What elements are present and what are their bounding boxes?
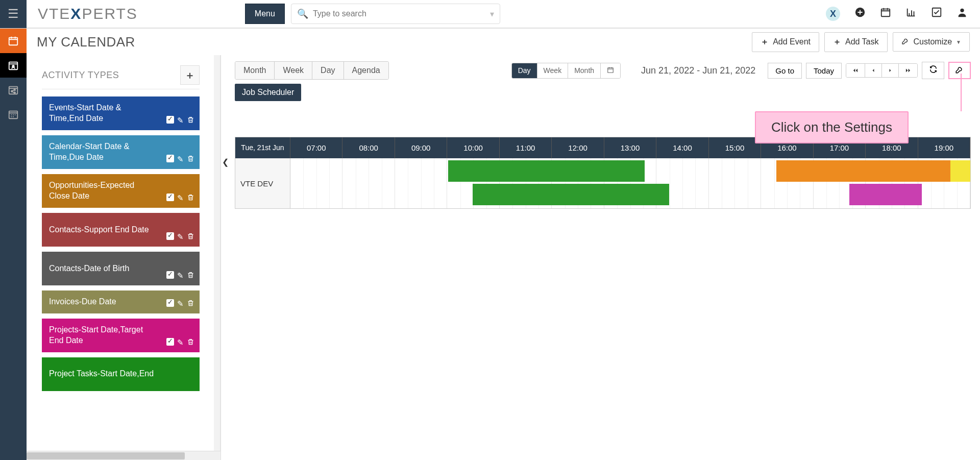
activity-card[interactable]: Calendar-Start Date & Time,Due Date✎	[42, 135, 200, 169]
chevron-down-icon[interactable]: ▾	[490, 9, 494, 19]
user-icon[interactable]	[957, 7, 968, 21]
trash-icon[interactable]	[187, 155, 194, 164]
activity-card[interactable]: Invoices-Due Date✎	[42, 290, 200, 313]
calendar-icon[interactable]	[880, 7, 891, 21]
check-icon[interactable]	[166, 116, 174, 125]
trash-icon[interactable]	[187, 193, 194, 203]
scheduler-toolbar: MonthWeekDayAgenda Day Week Month Jun 21…	[235, 61, 971, 80]
refresh-button[interactable]	[922, 62, 944, 79]
timeline-body: VTE DEV	[235, 158, 970, 208]
collapse-handle[interactable]: ❮	[220, 55, 230, 460]
timeline-event[interactable]	[849, 184, 922, 205]
sidebar-calendar-alt-icon[interactable]	[0, 102, 27, 127]
timeline-row-label: VTE DEV	[235, 158, 290, 208]
pencil-icon[interactable]: ✎	[177, 299, 184, 308]
search-wrap: 🔍 ▾	[291, 4, 500, 24]
range-week-button[interactable]: Week	[537, 63, 569, 78]
pencil-icon[interactable]: ✎	[177, 271, 184, 280]
plus-icon: ＋	[761, 37, 769, 47]
trash-icon[interactable]	[187, 338, 194, 347]
pencil-icon[interactable]: ✎	[177, 338, 184, 347]
activity-actions: ✎	[166, 338, 194, 347]
add-task-label: Add Task	[845, 37, 879, 46]
logo[interactable]: VTEXPERTS	[38, 5, 138, 22]
x-badge-icon[interactable]: X	[826, 7, 840, 21]
pencil-icon[interactable]: ✎	[177, 155, 184, 164]
checklist-icon[interactable]	[931, 7, 942, 21]
logo-text: VTEXPERTS	[38, 5, 138, 22]
view-tab-month[interactable]: Month	[235, 62, 275, 79]
range-group: Day Week Month	[511, 63, 621, 79]
activity-card[interactable]: Opportunities-Expected Close Date✎	[42, 174, 200, 208]
plus-circle-icon[interactable]	[854, 7, 866, 21]
refresh-icon	[929, 65, 938, 76]
range-day-button[interactable]: Day	[512, 63, 537, 78]
timeline-grid[interactable]	[290, 158, 970, 208]
logo-post: PERTS	[82, 5, 137, 22]
view-tab-week[interactable]: Week	[275, 62, 312, 79]
nav-last-button[interactable]	[899, 64, 917, 77]
nav-prev-button[interactable]	[865, 64, 882, 77]
date-range-label: Jun 21, 2022 - Jun 21, 2022	[641, 65, 755, 76]
trash-icon[interactable]	[187, 271, 194, 280]
view-tab-day[interactable]: Day	[312, 62, 344, 79]
range-month-button[interactable]: Month	[568, 63, 601, 78]
chart-icon[interactable]	[905, 7, 917, 21]
activity-card[interactable]: Project Tasks-Start Date,End	[42, 357, 200, 391]
check-icon[interactable]	[166, 155, 174, 164]
callout-tooltip: Click on the Settings	[755, 111, 909, 143]
settings-button[interactable]	[948, 62, 971, 79]
trash-icon[interactable]	[187, 232, 194, 241]
pencil-icon[interactable]: ✎	[177, 116, 184, 125]
hamburger-button[interactable]: ☰	[0, 0, 27, 28]
check-icon[interactable]	[166, 271, 174, 280]
customize-label: Customize	[914, 37, 952, 46]
today-button[interactable]: Today	[806, 63, 842, 79]
sidebar-contact-calendar-icon[interactable]	[0, 53, 27, 78]
timeline: Tue, 21st Jun 07:0008:0009:0010:0011:001…	[235, 137, 971, 209]
activity-card[interactable]: Events-Start Date & Time,End Date✎	[42, 96, 200, 130]
check-icon[interactable]	[166, 232, 174, 241]
timeline-hour-label: 13:00	[604, 137, 656, 158]
pencil-icon[interactable]: ✎	[177, 193, 184, 203]
add-task-button[interactable]: ＋ Add Task	[824, 32, 888, 52]
timeline-corner-label: Tue, 21st Jun	[235, 137, 290, 158]
customize-button[interactable]: Customize ▼	[893, 32, 970, 52]
timeline-event[interactable]	[473, 184, 669, 205]
job-scheduler-chip[interactable]: Job Scheduler	[235, 84, 301, 101]
search-icon: 🔍	[297, 8, 308, 19]
timeline-column	[342, 158, 395, 208]
add-event-button[interactable]: ＋ Add Event	[752, 32, 819, 52]
pencil-icon[interactable]: ✎	[177, 232, 184, 241]
range-calendar-button[interactable]	[601, 63, 620, 78]
check-icon[interactable]	[166, 193, 174, 203]
add-activity-button[interactable]: ＋	[180, 65, 200, 85]
activity-card[interactable]: Contacts-Support End Date✎	[42, 213, 200, 247]
sidebar-calendar-icon[interactable]	[0, 29, 27, 53]
nav-next-button[interactable]	[882, 64, 899, 77]
nav-first-button[interactable]	[846, 64, 865, 77]
sidebar-share-calendar-icon[interactable]	[0, 78, 27, 102]
timeline-event[interactable]	[448, 160, 645, 182]
view-tab-agenda[interactable]: Agenda	[344, 62, 388, 79]
trash-icon[interactable]	[187, 116, 194, 125]
timeline-event[interactable]	[776, 160, 950, 182]
check-icon[interactable]	[166, 299, 174, 308]
activity-card[interactable]: Contacts-Date of Birth✎	[42, 252, 200, 285]
goto-button[interactable]: Go to	[768, 63, 802, 79]
plus-icon: ＋	[833, 37, 841, 47]
search-input[interactable]	[291, 4, 500, 24]
timeline-hour-label: 12:00	[552, 137, 604, 158]
timeline-hour-label: 10:00	[447, 137, 499, 158]
plus-icon: ＋	[185, 68, 195, 82]
timeline-event[interactable]	[950, 160, 970, 182]
topbar-icons: X	[826, 7, 980, 21]
menu-button[interactable]: Menu	[245, 4, 285, 24]
check-icon[interactable]	[166, 338, 174, 347]
activity-card[interactable]: Projects-Start Date,Target End Date✎	[42, 319, 200, 352]
horizontal-scrollbar[interactable]	[27, 451, 220, 460]
trash-icon[interactable]	[187, 299, 194, 308]
view-tabs: MonthWeekDayAgenda	[235, 61, 389, 80]
activity-actions: ✎	[166, 232, 194, 241]
timeline-hour-label: 19:00	[918, 137, 970, 158]
